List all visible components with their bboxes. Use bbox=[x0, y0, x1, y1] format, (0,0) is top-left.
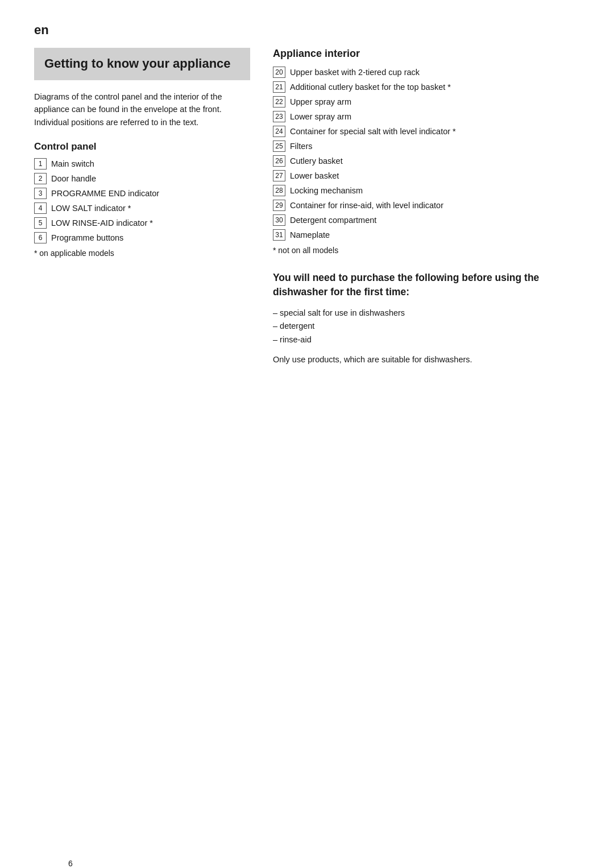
list-item: – rinse-aid bbox=[273, 333, 580, 346]
list-item: 20Upper basket with 2-tiered cup rack bbox=[273, 67, 580, 78]
item-text: Lower basket bbox=[290, 170, 580, 182]
num-badge: 4 bbox=[34, 202, 47, 214]
item-text: Upper spray arm bbox=[290, 96, 580, 108]
num-badge: 26 bbox=[273, 155, 285, 167]
control-panel-footnote: * on applicable models bbox=[34, 249, 250, 258]
purchase-section: You will need to purchase the following … bbox=[273, 271, 580, 366]
num-badge: 25 bbox=[273, 140, 285, 152]
item-text: Door handle bbox=[51, 173, 250, 185]
list-item: 30Detergent compartment bbox=[273, 214, 580, 226]
num-badge: 22 bbox=[273, 96, 285, 108]
appliance-interior-footnote: * not on all models bbox=[273, 246, 580, 255]
intro-text: Diagrams of the control panel and the in… bbox=[34, 90, 250, 129]
item-text: Container for special salt with level in… bbox=[290, 126, 580, 138]
list-item: 22Upper spray arm bbox=[273, 96, 580, 108]
page-number: 6 bbox=[68, 859, 73, 868]
num-badge: 21 bbox=[273, 81, 285, 93]
list-item: 26Cutlery basket bbox=[273, 155, 580, 167]
list-item: 21Additional cutlery basket for the top … bbox=[273, 81, 580, 93]
item-text: Nameplate bbox=[290, 229, 580, 241]
item-text: Lower spray arm bbox=[290, 111, 580, 123]
list-item: 4LOW SALT indicator * bbox=[34, 202, 250, 214]
appliance-interior-list: 20Upper basket with 2-tiered cup rack21A… bbox=[273, 67, 580, 241]
item-text: LOW SALT indicator * bbox=[51, 202, 250, 214]
list-item: 28Locking mechanism bbox=[273, 185, 580, 197]
list-item: 1Main switch bbox=[34, 158, 250, 170]
num-badge: 6 bbox=[34, 232, 47, 243]
list-item: 6Programme buttons bbox=[34, 232, 250, 244]
num-badge: 31 bbox=[273, 229, 285, 241]
num-badge: 3 bbox=[34, 188, 47, 199]
list-item: – special salt for use in dishwashers bbox=[273, 307, 580, 320]
section-title-box: Getting to know your appliance bbox=[34, 48, 250, 80]
purchase-title: You will need to purchase the following … bbox=[273, 271, 580, 299]
item-text: Main switch bbox=[51, 158, 250, 170]
left-column: Getting to know your appliance Diagrams … bbox=[34, 48, 250, 258]
item-text: Cutlery basket bbox=[290, 155, 580, 167]
purchase-note: Only use products, which are suitable fo… bbox=[273, 353, 580, 366]
list-item: 23Lower spray arm bbox=[273, 111, 580, 123]
num-badge: 27 bbox=[273, 170, 285, 181]
num-badge: 5 bbox=[34, 217, 47, 229]
num-badge: 1 bbox=[34, 158, 47, 170]
purchase-list: – special salt for use in dishwashers– d… bbox=[273, 307, 580, 346]
item-text: Filters bbox=[290, 140, 580, 152]
page-lang: en bbox=[34, 23, 580, 38]
control-panel-list: 1Main switch2Door handle3PROGRAMME END i… bbox=[34, 158, 250, 244]
list-item: 27Lower basket bbox=[273, 170, 580, 182]
item-text: Container for rinse-aid, with level indi… bbox=[290, 200, 580, 212]
list-item: 25Filters bbox=[273, 140, 580, 152]
num-badge: 29 bbox=[273, 200, 285, 211]
num-badge: 30 bbox=[273, 214, 285, 226]
item-text: Additional cutlery basket for the top ba… bbox=[290, 81, 580, 93]
section-title: Getting to know your appliance bbox=[44, 56, 240, 72]
list-item: 29Container for rinse-aid, with level in… bbox=[273, 200, 580, 212]
num-badge: 24 bbox=[273, 126, 285, 137]
num-badge: 20 bbox=[273, 67, 285, 78]
control-panel-title: Control panel bbox=[34, 141, 250, 152]
list-item: 5LOW RINSE-AID indicator * bbox=[34, 217, 250, 229]
list-item: 3PROGRAMME END indicator bbox=[34, 188, 250, 200]
item-text: Detergent compartment bbox=[290, 214, 580, 226]
right-column: Appliance interior 20Upper basket with 2… bbox=[273, 48, 580, 366]
num-badge: 2 bbox=[34, 173, 47, 184]
item-text: LOW RINSE-AID indicator * bbox=[51, 217, 250, 229]
num-badge: 28 bbox=[273, 185, 285, 196]
item-text: Programme buttons bbox=[51, 232, 250, 244]
num-badge: 23 bbox=[273, 111, 285, 122]
appliance-interior-title: Appliance interior bbox=[273, 48, 580, 60]
item-text: Locking mechanism bbox=[290, 185, 580, 197]
item-text: Upper basket with 2-tiered cup rack bbox=[290, 67, 580, 78]
list-item: – detergent bbox=[273, 320, 580, 333]
item-text: PROGRAMME END indicator bbox=[51, 188, 250, 200]
list-item: 24Container for special salt with level … bbox=[273, 126, 580, 138]
list-item: 31Nameplate bbox=[273, 229, 580, 241]
list-item: 2Door handle bbox=[34, 173, 250, 185]
